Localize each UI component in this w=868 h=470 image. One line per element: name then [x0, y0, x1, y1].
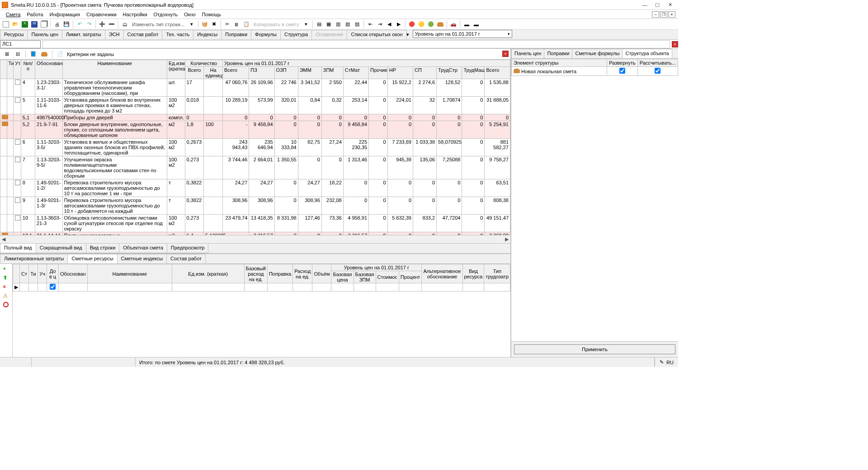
add-icon[interactable]: +: [3, 266, 9, 272]
cut-icon[interactable]: ✂: [223, 20, 231, 28]
win2-icon[interactable]: ▦: [325, 20, 333, 28]
menu-info[interactable]: Информация: [47, 11, 83, 18]
print-icon[interactable]: 🖨: [53, 20, 61, 28]
car-icon[interactable]: 🚗: [449, 20, 458, 28]
menu-ref[interactable]: Справочники: [83, 11, 120, 18]
col-obosn[interactable]: Обоснование: [35, 60, 62, 79]
col-vsego[interactable]: Всего: [222, 67, 249, 79]
col-qty-u[interactable]: На единицу: [204, 67, 223, 79]
col-level[interactable]: Уровень цен на 01.01.2017 г: [222, 60, 510, 67]
table-row[interactable]: 61.11-3203-3-5/Установка в жилых и общес…: [0, 139, 510, 156]
col-vsego2[interactable]: Всего: [485, 67, 510, 79]
flag-yel-icon[interactable]: 🟡: [417, 20, 425, 28]
change-type-label[interactable]: Изменить тип строки...: [130, 22, 186, 27]
table-row[interactable]: 81.49-9201-1-2/Перевозка строительного м…: [0, 179, 510, 197]
grid-close-icon[interactable]: ×: [502, 51, 509, 57]
expand-check[interactable]: [619, 68, 625, 74]
cloud-icon[interactable]: [436, 20, 444, 28]
table-row[interactable]: 101.13-3603-21-3Облицовка гипсоволокнист…: [0, 215, 510, 232]
tab-toc[interactable]: Оглавление: [311, 30, 347, 39]
excel-icon[interactable]: X: [21, 20, 29, 28]
bcol-ed[interactable]: Ед.изм. (краткая): [172, 264, 244, 283]
mdi-restore[interactable]: ❐: [660, 11, 667, 18]
col-zpm[interactable]: ЗПМ: [321, 67, 343, 79]
col-tm[interactable]: ТрудМаш: [462, 67, 485, 79]
open-icon[interactable]: 📂: [11, 20, 19, 28]
add-up-icon[interactable]: ⬆: [3, 275, 9, 281]
structure-grid[interactable]: Элемент структуры Развернуть Рассчитыват…: [511, 59, 678, 76]
rcol-element[interactable]: Элемент структуры: [512, 59, 607, 67]
tab-popr[interactable]: Поправки: [221, 30, 251, 39]
rtab-struct[interactable]: Структура объекта: [622, 49, 672, 58]
add-row-icon[interactable]: ➕: [98, 20, 106, 28]
tree-icon[interactable]: 🗂: [121, 20, 129, 28]
table-row[interactable]: 91.49-9201-1-3/Перевозка строительного м…: [0, 197, 510, 215]
bcol-bz[interactable]: Базовая ЗПМ: [354, 271, 376, 283]
bcol-tip[interactable]: Тип трудозатр: [484, 264, 510, 283]
structure-row[interactable]: Новая локальная смета: [512, 67, 678, 76]
menu-work[interactable]: Работа: [24, 11, 46, 18]
warning-icon[interactable]: ⚠: [3, 293, 9, 299]
menu-smeta[interactable]: Смета: [3, 11, 24, 18]
clear-icon[interactable]: ✖: [210, 20, 218, 28]
col-ozp[interactable]: ОЗП: [274, 67, 298, 79]
col-sp[interactable]: СП: [413, 67, 437, 79]
dd2-icon[interactable]: ▾: [302, 20, 310, 28]
paste-icon[interactable]: 📋: [242, 20, 250, 28]
vtab-short[interactable]: Сокращенный вид: [36, 244, 86, 253]
bottom-check[interactable]: [50, 284, 56, 290]
table-row[interactable]: 41.23-2303-3-1/Техническое обслуживание …: [0, 79, 510, 97]
bcol-rash[interactable]: Расход на ед.: [293, 264, 312, 283]
filter-icon[interactable]: 📄: [56, 50, 64, 58]
bcol-nm[interactable]: Наименование: [87, 264, 172, 283]
tab-limit[interactable]: Лимит. затраты: [62, 30, 105, 39]
bcol-uch[interactable]: Уч: [38, 264, 47, 283]
col-naim[interactable]: Наименование: [62, 60, 167, 79]
menu-rest[interactable]: Отдохнуть: [151, 11, 181, 18]
dd1-icon[interactable]: ▾: [188, 20, 196, 28]
formula-box[interactable]: [42, 40, 670, 48]
rtab-popr[interactable]: Поправки: [544, 49, 572, 58]
cell-address[interactable]: ЛС1: [0, 40, 41, 48]
table-row[interactable]: 5,221.9-7-91Блоки дверные внутренние, од…: [0, 121, 510, 139]
tab-windows[interactable]: Список открытых окон: [347, 30, 406, 39]
vtab-obj[interactable]: Объектная смета: [119, 244, 167, 253]
expand-icon[interactable]: ⊞: [3, 50, 11, 58]
bcol-ob[interactable]: Обоснован: [59, 264, 88, 283]
flag-red-icon[interactable]: 🔴: [408, 20, 416, 28]
cloud2-icon[interactable]: [40, 50, 48, 58]
copy-icon[interactable]: [40, 20, 48, 28]
win3-icon[interactable]: ▥: [334, 20, 342, 28]
basket-icon[interactable]: 🧺: [201, 20, 209, 28]
win1-icon[interactable]: ▤: [315, 20, 323, 28]
bcol-base[interactable]: Базовый расход на ед.: [244, 264, 267, 283]
redo-icon[interactable]: ↷: [85, 20, 93, 28]
table-row[interactable]: 10,121.1-14-11Плиты минераловатные тепло…: [0, 232, 510, 235]
book-icon[interactable]: 📘: [29, 50, 38, 58]
save-icon[interactable]: 💾: [62, 20, 71, 28]
minimize-button[interactable]: —: [638, 0, 651, 9]
addrbar-close-icon[interactable]: ×: [672, 41, 678, 47]
bcol-dovc[interactable]: До в ц: [47, 264, 59, 283]
horizontal-scroll[interactable]: ◀▶: [0, 235, 510, 243]
maximize-button[interactable]: ▢: [651, 0, 664, 9]
btab-sostav[interactable]: Состав работ: [166, 254, 206, 263]
menu-help[interactable]: Помощь: [199, 11, 225, 18]
col-ut[interactable]: Ут: [14, 60, 21, 79]
stack1-icon[interactable]: ▬: [462, 20, 471, 28]
undo-icon[interactable]: ↶: [75, 20, 84, 28]
main-grid[interactable]: Ти Ут №п/п Обоснование Наименование Ед.и…: [0, 60, 510, 235]
bcol-bc[interactable]: Базовая цена: [331, 271, 354, 283]
rtab-prices[interactable]: Панель цен: [511, 49, 544, 58]
bcol-alt[interactable]: Альтернативное обоснование: [422, 264, 462, 283]
tab-index[interactable]: Индексы: [193, 30, 222, 39]
rtab-form[interactable]: Сметные формулы: [572, 49, 623, 58]
bcol-ti[interactable]: Ти: [29, 264, 38, 283]
tab-prices[interactable]: Панель цен: [27, 30, 62, 39]
arrow-l-icon[interactable]: ◀: [385, 20, 393, 28]
forbid-icon[interactable]: [3, 302, 9, 308]
table-row[interactable]: 51.11-3103-11-6Установка дверных блоков …: [0, 97, 510, 114]
word-icon[interactable]: W: [30, 20, 38, 28]
bcol-stoim[interactable]: Стоимос: [376, 271, 399, 283]
bcol-lvl[interactable]: Уровень цен на 01.01.2017 г: [331, 264, 422, 271]
